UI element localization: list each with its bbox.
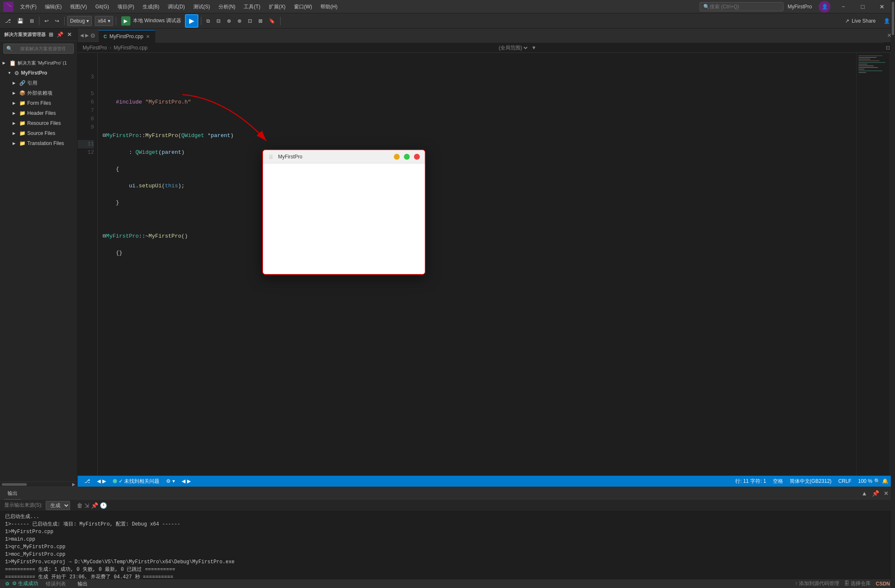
output-source-select[interactable]: 生成 bbox=[46, 501, 70, 510]
branch-icon-item[interactable]: ⚙ ▾ bbox=[164, 476, 177, 487]
scope-dropdown[interactable]: (全局范围) bbox=[497, 44, 529, 51]
arch-dropdown[interactable]: x64 ▾ bbox=[95, 16, 113, 26]
toolbar-bookmark-btn[interactable]: 🔖 bbox=[266, 16, 278, 26]
toolbar-extra-5[interactable]: ⊡ bbox=[245, 16, 255, 26]
menu-tools[interactable]: 工具(T) bbox=[239, 0, 264, 13]
menu-project[interactable]: 项目(P) bbox=[113, 0, 138, 13]
tab-settings-icon[interactable]: ⚙ bbox=[90, 32, 96, 39]
title-search[interactable]: 🔍 bbox=[700, 2, 783, 11]
menu-build[interactable]: 生成(B) bbox=[138, 0, 164, 13]
sidebar-header-actions: ⊞ 📌 ✕ bbox=[47, 31, 73, 39]
menu-debug[interactable]: 调试(D) bbox=[164, 0, 189, 13]
spaces-item[interactable]: 空格 bbox=[770, 476, 786, 487]
output-wrap-btn[interactable]: ⇲ bbox=[84, 502, 89, 509]
output-up-btn[interactable]: ▲ bbox=[860, 489, 869, 498]
select-repo-btn[interactable]: 🗄 选择仓库 bbox=[844, 580, 871, 587]
toolbar-extra-2[interactable]: ⊟ bbox=[214, 16, 223, 26]
minimize-button[interactable]: － bbox=[834, 0, 853, 13]
sidebar-item-source-files[interactable]: ▶ 📁 Source Files bbox=[0, 128, 77, 138]
menu-test[interactable]: 测试(S) bbox=[189, 0, 214, 13]
scroll-right-btn[interactable]: ▶ bbox=[72, 482, 75, 487]
tab-close-btn[interactable]: ✕ bbox=[146, 34, 150, 39]
output-scrollbar[interactable] bbox=[891, 511, 895, 579]
toolbar-git-icon[interactable]: ⎇ bbox=[3, 16, 13, 26]
bottom-tab-errors[interactable]: 错误列表 bbox=[42, 579, 70, 588]
line-char-item[interactable]: 行: 11 字符: 1 bbox=[733, 476, 768, 487]
search-input[interactable] bbox=[710, 4, 780, 10]
sidebar-sync-btn[interactable]: ⊞ bbox=[47, 31, 55, 39]
toolbar-redo-btn[interactable]: ↪ bbox=[52, 16, 62, 26]
toolbar-undo-btn[interactable]: ↩ bbox=[42, 16, 51, 26]
sidebar-item-translation-files[interactable]: ▶ 📁 Translation Files bbox=[0, 138, 77, 148]
output-line-9: ========== 生成 开始于 23:06, 并花费了 04.427 秒 =… bbox=[5, 573, 890, 579]
app-preview-window[interactable]: 🖥 MyFirstPro bbox=[262, 149, 426, 275]
output-clock-btn[interactable]: 🕐 bbox=[100, 502, 107, 509]
maximize-button[interactable]: □ bbox=[853, 0, 872, 13]
menu-git[interactable]: Git(G) bbox=[91, 0, 113, 13]
sidebar-header: 解决方案资源管理器 ⊞ 📌 ✕ bbox=[0, 28, 77, 41]
menu-window[interactable]: 窗口(W) bbox=[290, 0, 316, 13]
output-source-label: 显示输出来源(S): bbox=[4, 502, 42, 509]
preview-maximize-dot[interactable] bbox=[404, 154, 410, 160]
nav-arrows-item[interactable]: ◀ ▶ bbox=[94, 476, 109, 487]
preview-close-dot[interactable] bbox=[414, 154, 420, 160]
nav-indicator[interactable]: ◀ ▶ bbox=[179, 476, 193, 487]
tab-prev-btn[interactable]: ◀ bbox=[80, 33, 83, 38]
output-clear-btn[interactable]: 🗑 bbox=[77, 502, 83, 509]
tab-myfirstpro-cpp[interactable]: C MyFirstPro.cpp ✕ bbox=[99, 30, 155, 43]
toolbar-extra-6[interactable]: ⊠ bbox=[256, 16, 265, 26]
sidebar-item-refs[interactable]: ▶ 🔗 引用 bbox=[0, 78, 77, 88]
solution-tree: ▶ 📋 解决方案 'MyFirstPro' (1 ▼ ⚙ MyFirstPro … bbox=[0, 56, 77, 150]
git-branch-item[interactable]: ⎇ bbox=[82, 476, 93, 487]
encoding-item[interactable]: 简体中文(GB2312) bbox=[787, 476, 834, 487]
sidebar-item-resource-files[interactable]: ▶ 📁 Resource Files bbox=[0, 118, 77, 128]
line-numbers: 1 2 3 4 5 6 7 8 9 10 11 12 bbox=[78, 53, 98, 476]
close-button[interactable]: ✕ bbox=[872, 0, 892, 13]
menu-edit[interactable]: 编辑(E) bbox=[41, 0, 66, 13]
run-local-btn[interactable]: ▶ 本地 Windows 调试器 bbox=[119, 16, 184, 26]
nav-right-icon: ▶ bbox=[102, 478, 106, 484]
no-issues-item[interactable]: ✓ 未找到相关问题 bbox=[110, 476, 162, 487]
output-tab-output[interactable]: 输出 bbox=[4, 487, 21, 500]
menu-analyze[interactable]: 分析(N) bbox=[214, 0, 240, 13]
zoom-item[interactable]: 100 % 🔍 🔔 bbox=[856, 476, 891, 487]
output-pin-btn[interactable]: 📌 bbox=[871, 489, 880, 498]
sidebar-item-external-deps[interactable]: ▶ 📦 外部依赖项 bbox=[0, 88, 77, 98]
profile-avatar[interactable]: 👤 bbox=[819, 1, 830, 13]
line-ending-item[interactable]: CRLF bbox=[836, 476, 854, 487]
menu-view[interactable]: 视图(V) bbox=[66, 0, 91, 13]
toolbar-save-btn[interactable]: 💾 bbox=[15, 16, 26, 26]
char-label: 字符: 1 bbox=[750, 478, 766, 485]
live-share-button[interactable]: ↗ Live Share bbox=[841, 14, 880, 28]
menu-file[interactable]: 文件(F) bbox=[16, 0, 41, 13]
config-dropdown[interactable]: Debug ▾ bbox=[67, 16, 92, 26]
sidebar-item-form-files[interactable]: ▶ 📁 Form Files bbox=[0, 98, 77, 108]
toolbar-save-all-btn[interactable]: ⊞ bbox=[27, 16, 36, 26]
toolbar-extra-3[interactable]: ⊕ bbox=[224, 16, 234, 26]
sidebar-scrollbar[interactable]: ▶ bbox=[0, 482, 77, 487]
output-pin2-btn[interactable]: 📌 bbox=[91, 502, 98, 509]
sidebar-search-input[interactable] bbox=[18, 44, 68, 54]
tab-next-btn[interactable]: ▶ bbox=[85, 33, 88, 38]
sidebar-close-btn[interactable]: ✕ bbox=[65, 31, 73, 39]
share-icon: ↗ bbox=[845, 18, 849, 24]
bottom-tab-output[interactable]: 输出 bbox=[73, 579, 92, 588]
output-close-btn[interactable]: ✕ bbox=[882, 489, 891, 498]
csdn-link[interactable]: CSDN bbox=[876, 581, 890, 587]
menu-help[interactable]: 帮助(H) bbox=[316, 0, 342, 13]
sidebar-item-header-files[interactable]: ▶ 📁 Header Files bbox=[0, 108, 77, 118]
tree-item-project[interactable]: ▼ ⚙ MyFirstPro bbox=[0, 68, 77, 78]
zoom-icon: 🔍 bbox=[874, 478, 880, 484]
menu-extensions[interactable]: 扩展(X) bbox=[265, 0, 290, 13]
split-editor-btn[interactable]: ⊡ bbox=[886, 45, 890, 51]
output-line-4: 1>main.cpp bbox=[5, 536, 890, 543]
toolbar-extra-4[interactable]: ⊗ bbox=[235, 16, 244, 26]
preview-minimize-dot[interactable] bbox=[394, 154, 400, 160]
status-ok-dot bbox=[113, 479, 117, 483]
add-to-vcs-btn[interactable]: ↑ 添加到源代码管理 bbox=[795, 580, 839, 587]
toolbar-extra-1[interactable]: ⧉ bbox=[204, 16, 213, 26]
tree-item-solution[interactable]: ▶ 📋 解决方案 'MyFirstPro' (1 bbox=[0, 58, 77, 68]
sidebar-pin-btn[interactable]: 📌 bbox=[56, 31, 64, 39]
debug-run-button[interactable]: ▶ bbox=[185, 14, 198, 28]
code-content[interactable]: #include "MyFirstPro.h" ⊟MyFirstPro::MyF… bbox=[98, 53, 856, 476]
